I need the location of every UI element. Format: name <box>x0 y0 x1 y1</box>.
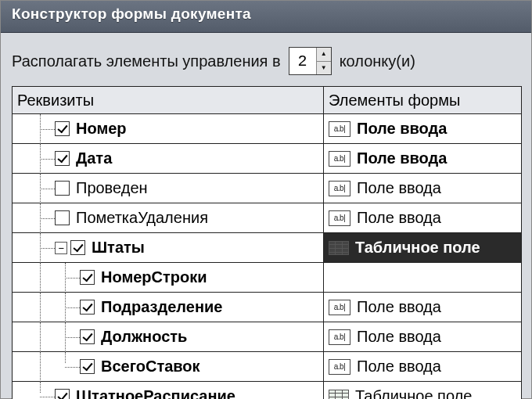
attribute-label: Проведен <box>76 179 148 197</box>
tree-spacer <box>17 207 33 229</box>
cell-element[interactable]: Поле ввода <box>324 352 521 381</box>
input-field-icon <box>329 181 350 196</box>
grid-row[interactable]: ВсегоСтавокПоле ввода <box>13 352 521 382</box>
attribute-label: Номер <box>76 120 127 138</box>
layout-label-after: колонку(и) <box>340 52 415 70</box>
tree-connector-icon <box>33 148 55 170</box>
attributes-grid: Реквизиты Элементы формы НомерПоле ввода… <box>12 86 522 399</box>
cell-element[interactable]: Поле ввода <box>324 114 521 143</box>
grid-row[interactable]: НомерСтроки <box>13 263 521 293</box>
cell-attribute[interactable]: Проведен <box>13 174 324 203</box>
tree-spacer <box>17 326 33 348</box>
cell-element[interactable]: Поле ввода <box>324 144 521 173</box>
element-label: Табличное поле <box>355 387 472 399</box>
attribute-label: ПометкаУдаления <box>76 209 208 227</box>
cell-attribute[interactable]: Подразделение <box>13 293 324 322</box>
tree-spacer <box>17 178 33 200</box>
attribute-label: Штаты <box>92 239 145 257</box>
columns-input[interactable] <box>289 48 316 74</box>
cell-attribute[interactable]: Должность <box>13 322 324 351</box>
element-label: Поле ввода <box>357 358 441 376</box>
tree-connector-icon <box>33 356 49 378</box>
grid-row[interactable]: ПометкаУдаленияПоле ввода <box>13 203 521 233</box>
cell-element[interactable]: Поле ввода <box>324 322 521 351</box>
tree-spacer <box>17 297 33 318</box>
header-right: Элементы формы <box>324 87 521 113</box>
row-checkbox[interactable] <box>80 300 95 315</box>
header-left: Реквизиты <box>13 87 324 113</box>
tree-connector-icon <box>58 356 80 378</box>
cell-element[interactable]: Поле ввода <box>324 293 521 322</box>
grid-row[interactable]: ПодразделениеПоле ввода <box>13 293 521 322</box>
grid-row[interactable]: НомерПоле ввода <box>13 114 521 144</box>
layout-label-before: Располагать элементы управления в <box>12 52 281 70</box>
tree-spacer <box>17 386 33 400</box>
row-checkbox[interactable] <box>55 210 70 225</box>
row-checkbox[interactable] <box>80 270 95 285</box>
row-checkbox[interactable] <box>55 151 70 166</box>
element-label: Поле ввода <box>357 328 441 346</box>
cell-attribute[interactable]: −Штаты <box>13 233 324 262</box>
tree-spacer <box>49 297 58 318</box>
row-checkbox[interactable] <box>55 181 70 196</box>
spinner-up-icon[interactable]: ▲ <box>317 48 331 62</box>
spinner-buttons: ▲ ▼ <box>316 48 331 74</box>
tree-connector-icon <box>33 326 49 348</box>
input-field-icon <box>329 359 350 375</box>
cell-element[interactable] <box>324 263 521 292</box>
tree-spacer <box>49 356 58 378</box>
row-checkbox[interactable] <box>80 359 95 374</box>
tree-spacer <box>17 148 33 170</box>
cell-attribute[interactable]: Номер <box>13 114 324 143</box>
grid-row[interactable]: ДатаПоле ввода <box>13 144 521 174</box>
tree-connector-icon <box>33 207 55 229</box>
tree-spacer <box>49 326 58 348</box>
row-checkbox[interactable] <box>70 240 85 255</box>
attribute-label: ВсегоСтавок <box>101 358 200 376</box>
cell-attribute[interactable]: ВсегоСтавок <box>13 352 324 381</box>
tree-connector-icon <box>33 267 49 289</box>
cell-element[interactable]: Табличное поле <box>324 382 521 399</box>
attribute-label: НомерСтроки <box>101 268 207 286</box>
tree-connector-icon <box>33 386 55 400</box>
tree-connector-icon <box>58 267 80 289</box>
tree-spacer <box>17 237 33 259</box>
row-checkbox[interactable] <box>80 329 95 344</box>
row-checkbox[interactable] <box>55 389 70 399</box>
attribute-label: Подразделение <box>101 298 222 316</box>
tree-connector-icon <box>58 326 80 348</box>
grid-row[interactable]: −ШтатыТабличное поле <box>13 233 521 263</box>
input-field-icon <box>329 329 350 345</box>
cell-element[interactable]: Поле ввода <box>324 174 521 203</box>
tree-connector-icon <box>33 118 55 140</box>
tree-connector-icon <box>33 178 55 200</box>
form-constructor-window: Конструктор формы документа Располагать … <box>0 0 532 399</box>
tree-expander[interactable]: − <box>55 242 67 254</box>
element-label: Поле ввода <box>357 179 441 197</box>
cell-attribute[interactable]: НомерСтроки <box>13 263 324 292</box>
input-field-icon <box>329 121 350 137</box>
input-field-icon <box>329 300 350 315</box>
tree-spacer <box>17 118 33 140</box>
tree-connector-icon <box>33 297 49 318</box>
cell-element[interactable]: Поле ввода <box>324 203 521 232</box>
tree-connector-icon <box>58 297 80 318</box>
attribute-label: ШтатноеРасписание <box>76 387 235 399</box>
columns-spinner[interactable]: ▲ ▼ <box>289 47 332 75</box>
cell-attribute[interactable]: ПометкаУдаления <box>13 203 324 232</box>
grid-header-row: Реквизиты Элементы формы <box>13 87 521 114</box>
tree-connector-icon <box>33 237 55 259</box>
tree-spacer <box>17 356 33 378</box>
cell-element[interactable]: Табличное поле <box>324 233 521 262</box>
spinner-down-icon[interactable]: ▼ <box>317 62 331 75</box>
input-field-icon <box>329 151 350 167</box>
layout-controls-row: Располагать элементы управления в ▲ ▼ ко… <box>1 33 531 86</box>
grid-row[interactable]: ШтатноеРасписаниеТабличное поле <box>13 382 521 399</box>
cell-attribute[interactable]: ШтатноеРасписание <box>13 382 324 399</box>
grid-row[interactable]: ДолжностьПоле ввода <box>13 322 521 352</box>
tree-spacer <box>49 267 58 289</box>
grid-row[interactable]: ПроведенПоле ввода <box>13 174 521 203</box>
element-label: Поле ввода <box>357 149 447 167</box>
cell-attribute[interactable]: Дата <box>13 144 324 173</box>
row-checkbox[interactable] <box>55 121 70 136</box>
